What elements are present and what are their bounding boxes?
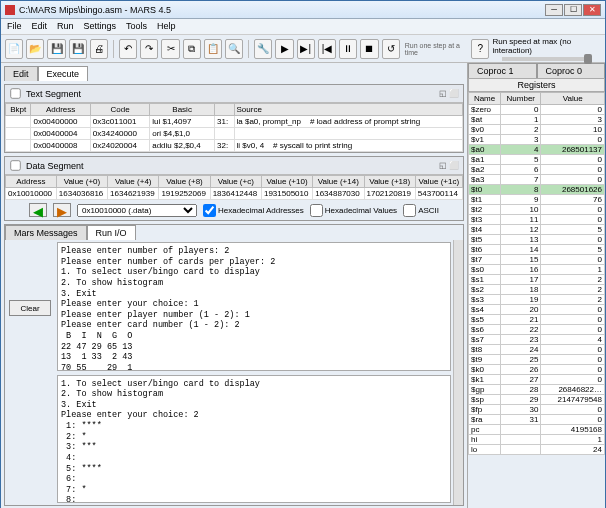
register-row[interactable]: $a370 [469, 175, 605, 185]
register-row[interactable]: lo24 [469, 445, 605, 455]
register-row[interactable]: $t1976 [469, 195, 605, 205]
register-row[interactable]: $s0161 [469, 265, 605, 275]
col-source: Source [234, 104, 462, 116]
clear-button[interactable]: Clear [9, 300, 51, 316]
save-as-icon[interactable]: 💾 [69, 39, 87, 59]
register-row[interactable]: $t7150 [469, 255, 605, 265]
register-row[interactable]: $s7234 [469, 335, 605, 345]
registers-title: Registers [468, 78, 605, 92]
resize-icon[interactable]: ◱ ⬜ [439, 161, 459, 170]
register-row[interactable]: $a260 [469, 165, 605, 175]
app-icon [5, 5, 15, 15]
hex-addr-check[interactable] [203, 204, 216, 217]
register-row[interactable]: $s2182 [469, 285, 605, 295]
register-row[interactable]: $t9250 [469, 355, 605, 365]
find-icon[interactable]: 🔍 [225, 39, 243, 59]
register-row[interactable]: $s1172 [469, 275, 605, 285]
data-seg-check[interactable] [10, 160, 20, 170]
data-seg-title: Data Segment [26, 161, 84, 171]
scrollbar[interactable] [453, 240, 463, 505]
register-row[interactable]: $ra310 [469, 415, 605, 425]
register-row[interactable]: $s6220 [469, 325, 605, 335]
menu-settings[interactable]: Settings [84, 21, 117, 32]
reset-icon[interactable]: ↺ [382, 39, 400, 59]
tab-run-io[interactable]: Run I/O [87, 225, 136, 240]
resize-icon[interactable]: ◱ ⬜ [439, 89, 459, 98]
register-row[interactable]: $t4125 [469, 225, 605, 235]
assemble-icon[interactable]: 🔧 [254, 39, 272, 59]
step-icon[interactable]: ▶| [297, 39, 315, 59]
pause-icon[interactable]: ⏸ [339, 39, 357, 59]
register-row[interactable]: $t2100 [469, 205, 605, 215]
ascii-check[interactable] [403, 204, 416, 217]
register-row[interactable]: $sp292147479548 [469, 395, 605, 405]
tab-execute[interactable]: Execute [38, 66, 89, 81]
close-button[interactable]: ✕ [583, 4, 601, 16]
register-row[interactable]: $k0260 [469, 365, 605, 375]
prev-button[interactable]: ◀ [29, 203, 47, 217]
save-icon[interactable]: 💾 [47, 39, 65, 59]
register-row[interactable]: $t6145 [469, 245, 605, 255]
tab-mars-messages[interactable]: Mars Messages [5, 225, 87, 240]
register-row[interactable]: $gp2826846822… [469, 385, 605, 395]
redo-icon[interactable]: ↷ [140, 39, 158, 59]
menu-edit[interactable]: Edit [32, 21, 48, 32]
next-button[interactable]: ▶ [53, 203, 71, 217]
register-row[interactable]: $at13 [469, 115, 605, 125]
print-icon[interactable]: 🖨 [90, 39, 108, 59]
window-title: C:\MARS Mips\bingo.asm - MARS 4.5 [19, 5, 545, 15]
registers-pane: Coproc 1 Coproc 0 Registers NameNumberVa… [467, 63, 605, 508]
table-row[interactable]: 0x10010000163403681616346219391919252069… [6, 188, 463, 200]
register-row[interactable]: $a04268501137 [469, 145, 605, 155]
register-row[interactable]: $k1270 [469, 375, 605, 385]
register-row[interactable]: $a150 [469, 155, 605, 165]
new-icon[interactable]: 📄 [5, 39, 23, 59]
register-row[interactable]: $s4200 [469, 305, 605, 315]
menu-file[interactable]: File [7, 21, 22, 32]
address-selector[interactable]: 0x10010000 (.data) [77, 204, 197, 217]
tab-coproc1[interactable]: Coproc 1 [468, 63, 537, 78]
col-blank [215, 104, 235, 116]
console-output-top[interactable]: Please enter number of players: 2 Please… [57, 242, 451, 371]
col-code: Code [90, 104, 149, 116]
cut-icon[interactable]: ✂ [161, 39, 179, 59]
table-row[interactable]: 0x004000080x24020004addiu $2,$0,432:li $… [6, 140, 463, 152]
titlebar: C:\MARS Mips\bingo.asm - MARS 4.5 ─ ☐ ✕ [1, 1, 605, 19]
speed-slider[interactable] [502, 57, 592, 61]
step-back-icon[interactable]: |◀ [318, 39, 336, 59]
register-row[interactable]: $s5210 [469, 315, 605, 325]
register-row[interactable]: $t5130 [469, 235, 605, 245]
open-icon[interactable]: 📂 [26, 39, 44, 59]
table-row[interactable]: 0x004000040x34240000ori $4,$1,0 [6, 128, 463, 140]
register-row[interactable]: $fp300 [469, 405, 605, 415]
register-row[interactable]: $v0210 [469, 125, 605, 135]
minimize-button[interactable]: ─ [545, 4, 563, 16]
hex-val-check[interactable] [310, 204, 323, 217]
run-speed: Run speed at max (no interaction) [492, 37, 601, 61]
menu-help[interactable]: Help [157, 21, 176, 32]
text-seg-check[interactable] [10, 88, 20, 98]
maximize-button[interactable]: ☐ [564, 4, 582, 16]
tab-coproc0[interactable]: Coproc 0 [537, 63, 606, 78]
undo-icon[interactable]: ↶ [119, 39, 137, 59]
run-icon[interactable]: ▶ [275, 39, 293, 59]
tab-edit[interactable]: Edit [4, 66, 38, 81]
register-row[interactable]: $t3110 [469, 215, 605, 225]
table-row[interactable]: 0x004000000x3c011001lui $1,409731:la $a0… [6, 116, 463, 128]
help-icon[interactable]: ? [471, 39, 489, 59]
paste-icon[interactable]: 📋 [204, 39, 222, 59]
register-row[interactable]: hi1 [469, 435, 605, 445]
register-row[interactable]: $v130 [469, 135, 605, 145]
register-row[interactable]: pc4195168 [469, 425, 605, 435]
register-row[interactable]: $zero00 [469, 105, 605, 115]
console-output-bottom[interactable]: 1. To select user/bingo card to display … [57, 375, 451, 504]
text-seg-title: Text Segment [26, 89, 81, 99]
register-row[interactable]: $s3192 [469, 295, 605, 305]
menu-run[interactable]: Run [57, 21, 74, 32]
col-basic: Basic [150, 104, 215, 116]
stop-icon[interactable]: ⏹ [360, 39, 378, 59]
register-row[interactable]: $t8240 [469, 345, 605, 355]
register-row[interactable]: $t08268501626 [469, 185, 605, 195]
menu-tools[interactable]: Tools [126, 21, 147, 32]
copy-icon[interactable]: ⧉ [183, 39, 201, 59]
